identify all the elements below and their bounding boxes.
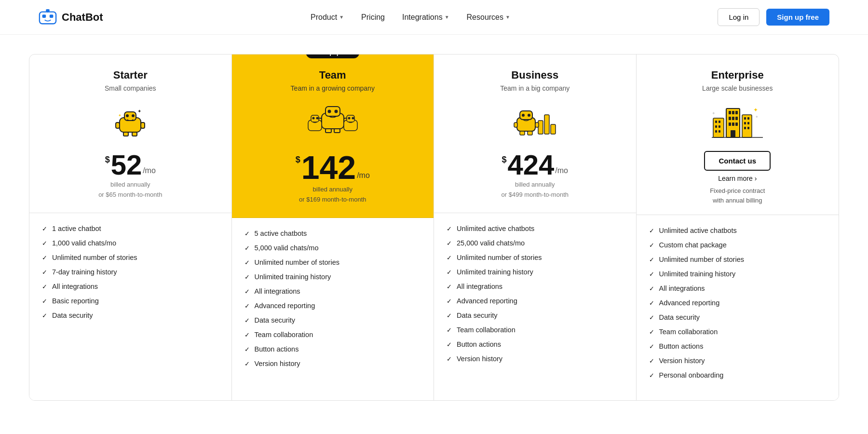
svg-rect-22 [334,129,340,133]
team-monthly: or $169 month-to-month [246,196,420,203]
team-price-row: $ 142 /mo [246,151,420,184]
starter-header: Starter Small companies [29,54,231,213]
svg-point-7 [126,114,129,117]
business-header: Business Team in a big company [434,54,636,213]
nav-integrations[interactable]: Integrations ▼ [402,13,449,22]
check-icon: ✓ [447,341,452,348]
list-item: ✓Data security [244,316,421,324]
check-icon: ✓ [649,227,654,234]
svg-text:✦: ✦ [118,113,122,118]
list-item: ✓7-day training history [42,268,219,276]
svg-rect-56 [732,117,734,120]
enterprise-subtitle: Large scale businesses [651,84,825,92]
business-price-row: $ 424 /mo [448,151,622,179]
svg-rect-50 [719,130,720,133]
svg-point-25 [312,117,314,120]
list-item: ✓Unlimited number of stories [42,254,219,261]
svg-text:✦: ✦ [755,115,759,119]
header-actions: Log in Sign up free [718,8,829,26]
login-button[interactable]: Log in [718,8,760,26]
check-icon: ✓ [649,357,654,365]
check-icon: ✓ [447,326,452,334]
list-item: ✓Custom chat package [649,241,827,249]
nav: Product ▼ Pricing Integrations ▼ Resourc… [311,13,510,22]
svg-rect-33 [544,115,549,134]
check-icon: ✓ [244,244,250,252]
starter-billed: billed annually [44,181,217,188]
svg-point-18 [334,110,338,113]
business-billed: billed annually [448,181,622,188]
check-icon: ✓ [447,355,452,363]
list-item: ✓Button actions [447,340,624,348]
check-icon: ✓ [447,254,452,261]
nav-pricing[interactable]: Pricing [361,13,385,22]
signup-button[interactable]: Sign up free [766,9,829,26]
list-item: ✓Version history [447,355,624,363]
list-item: ✓All integrations [42,283,219,290]
svg-rect-45 [715,121,717,123]
check-icon: ✓ [649,256,654,263]
svg-rect-41 [520,131,525,135]
list-item: ✓Advanced reporting [447,297,624,305]
svg-point-8 [132,114,135,117]
list-item: ✓1,000 valid chats/mo [42,239,219,247]
team-billed: billed annually [246,186,420,193]
starter-price-row: $ 52 /mo [44,151,217,179]
svg-rect-52 [729,111,731,114]
list-item: ✓Unlimited number of stories [649,256,827,263]
svg-rect-39 [514,122,517,127]
logo-area: ChatBot [39,8,103,27]
check-icon: ✓ [42,283,47,290]
list-item: ✓25,000 valid chats/mo [447,239,624,247]
svg-rect-66 [747,122,749,124]
team-illustration: 👑 [246,100,420,143]
contact-us-button[interactable]: Contact us [704,151,771,171]
svg-rect-67 [744,127,746,129]
list-item: ✓Unlimited active chatbots [447,225,624,232]
business-dollar: $ [502,155,507,165]
check-icon: ✓ [244,302,250,310]
check-icon: ✓ [649,328,654,336]
starter-subtitle: Small companies [44,84,217,92]
learn-more-link[interactable]: Learn more › [651,175,825,182]
list-item: ✓5,000 valid chats/mo [244,244,421,252]
list-item: ✓Basic reporting [42,297,219,305]
svg-point-30 [352,117,354,120]
nav-product[interactable]: Product ▼ [311,13,344,22]
svg-rect-57 [735,117,738,120]
starter-dollar: $ [105,155,110,165]
svg-rect-1 [42,14,46,18]
check-icon: ✓ [244,259,250,266]
header: ChatBot Product ▼ Pricing Integrations ▼… [0,0,868,35]
list-item: ✓Unlimited training history [447,268,624,276]
svg-point-38 [528,114,530,117]
business-mo: /mo [555,166,568,175]
plans-wrapper: Starter Small companies [29,54,839,401]
enterprise-name: Enterprise [651,69,825,81]
svg-rect-32 [538,121,543,134]
svg-rect-65 [744,122,746,124]
check-icon: ✓ [42,254,47,261]
plan-starter: Starter Small companies [29,54,232,400]
list-item: ✓Unlimited number of stories [447,254,624,261]
check-icon: ✓ [42,298,47,305]
list-item: ✓Button actions [244,345,421,353]
svg-rect-2 [50,14,54,18]
team-mo: /mo [357,171,370,180]
starter-monthly: or $65 month-to-month [44,191,217,198]
svg-rect-58 [729,122,731,126]
svg-rect-53 [732,111,734,114]
team-features: ✓5 active chatbots ✓5,000 valid chats/mo… [232,218,434,400]
business-illustration: ⚙ [448,100,622,143]
svg-text:✦: ✦ [137,108,141,114]
svg-rect-62 [742,115,752,137]
plan-team: Most popular Team Team in a growing comp… [232,54,434,400]
list-item: ✓Data security [649,313,827,321]
svg-rect-34 [551,124,556,134]
list-item: ✓1 active chatbot [42,225,219,232]
team-dollar: $ [296,155,300,165]
check-icon: ✓ [244,288,250,295]
list-item: ✓All integrations [244,287,421,295]
logo-text: ChatBot [62,11,103,24]
nav-resources[interactable]: Resources ▼ [467,13,510,22]
